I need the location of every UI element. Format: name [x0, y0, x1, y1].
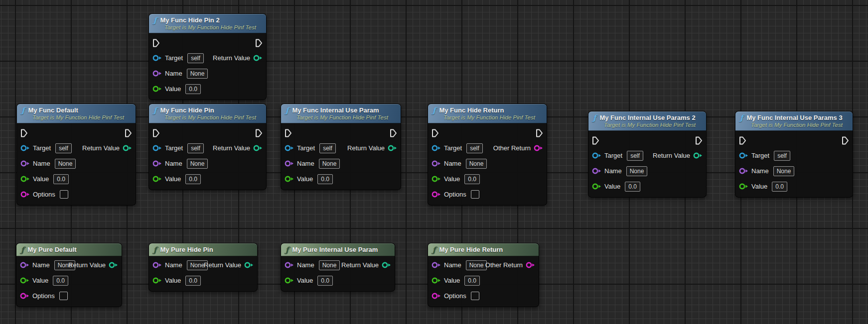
exec-out-pin[interactable] — [255, 129, 263, 137]
value-value-field[interactable]: 0.0 — [53, 276, 68, 286]
options-checkbox[interactable] — [471, 190, 479, 199]
value-value-field[interactable]: 0.0 — [464, 174, 480, 184]
node-header[interactable]: ƒMy Func Internal Use Params 3Target is … — [735, 111, 853, 131]
name-pin[interactable] — [432, 262, 441, 268]
exec-out-pin[interactable] — [390, 129, 397, 137]
value-pin[interactable] — [152, 86, 162, 92]
name-value-field[interactable]: None — [187, 159, 208, 169]
node-header[interactable]: ƒMy Func Hide Pin 2Target is My Function… — [149, 14, 266, 33]
target-pin[interactable] — [20, 145, 30, 151]
node-header[interactable]: ƒMy Pure Hide Return — [428, 243, 539, 256]
exec-out-pin[interactable] — [536, 129, 543, 137]
value-value-field[interactable]: 0.0 — [317, 174, 333, 184]
value-value-field[interactable]: 0.0 — [464, 276, 480, 286]
target-value-field[interactable]: self — [774, 151, 790, 161]
options-pin[interactable] — [432, 191, 441, 198]
target-value-field[interactable]: self — [466, 143, 483, 153]
name-value-field[interactable]: None — [466, 159, 487, 169]
value-value-field[interactable]: 0.0 — [317, 276, 333, 286]
target-value-field[interactable]: self — [187, 143, 204, 153]
name-value-field[interactable]: None — [319, 159, 340, 169]
exec-in-pin[interactable] — [285, 129, 292, 137]
name-pin[interactable] — [152, 262, 162, 268]
node-my-func-hide-return[interactable]: ƒMy Func Hide ReturnTarget is My Functio… — [428, 104, 547, 206]
exec-in-pin[interactable] — [20, 129, 28, 137]
exec-out-pin[interactable] — [695, 136, 703, 145]
node-header[interactable]: ƒMy Func DefaultTarget is My Function Hi… — [17, 104, 136, 123]
options-checkbox[interactable] — [59, 292, 68, 300]
node-my-pure-hide-return[interactable]: ƒMy Pure Hide ReturnNameNoneOther Return… — [428, 243, 539, 307]
exec-out-pin[interactable] — [255, 39, 263, 47]
exec-in-pin[interactable] — [592, 136, 599, 145]
target-pin[interactable] — [152, 145, 162, 151]
value-pin[interactable] — [152, 277, 162, 284]
exec-in-pin[interactable] — [152, 39, 160, 47]
name-value-field[interactable]: None — [466, 260, 487, 270]
value-value-field[interactable]: 0.0 — [772, 182, 787, 192]
value-pin[interactable] — [739, 183, 748, 190]
node-my-func-internal-use-param[interactable]: ƒMy Func Internal Use ParamTarget is My … — [281, 104, 401, 190]
return-value-pin[interactable] — [123, 145, 132, 151]
other-return-pin[interactable] — [534, 145, 543, 151]
name-value-field[interactable]: None — [773, 166, 795, 176]
value-pin[interactable] — [432, 176, 441, 182]
node-header[interactable]: ƒMy Pure Default — [16, 243, 122, 256]
name-pin[interactable] — [285, 160, 294, 167]
node-my-pure-internal-use-param[interactable]: ƒMy Pure Internal Use ParamNameNoneRetur… — [281, 243, 395, 292]
options-pin[interactable] — [432, 293, 441, 299]
target-pin[interactable] — [592, 152, 601, 159]
blueprint-graph-canvas[interactable]: { "canvas": { "background_color": "#2828… — [0, 0, 868, 324]
name-pin[interactable] — [592, 168, 601, 174]
exec-out-pin[interactable] — [125, 129, 132, 137]
value-pin[interactable] — [285, 277, 294, 284]
name-pin[interactable] — [739, 168, 748, 174]
return-value-pin[interactable] — [388, 145, 397, 151]
node-my-func-default[interactable]: ƒMy Func DefaultTarget is My Function Hi… — [16, 104, 136, 206]
target-value-field[interactable]: self — [187, 53, 204, 63]
exec-in-pin[interactable] — [432, 129, 439, 137]
value-pin[interactable] — [592, 183, 601, 190]
name-pin[interactable] — [285, 262, 294, 268]
target-pin[interactable] — [432, 145, 441, 151]
name-pin[interactable] — [20, 262, 29, 268]
node-header[interactable]: ƒMy Func Hide PinTarget is My Function H… — [149, 104, 266, 123]
name-value-field[interactable]: None — [55, 159, 76, 169]
name-pin[interactable] — [432, 160, 441, 167]
return-value-pin[interactable] — [693, 152, 703, 159]
value-value-field[interactable]: 0.0 — [625, 182, 640, 192]
options-checkbox[interactable] — [60, 190, 68, 199]
options-pin[interactable] — [20, 293, 29, 299]
target-pin[interactable] — [739, 152, 748, 159]
node-my-func-internal-use-params-2[interactable]: ƒMy Func Internal Use Params 2Target is … — [588, 111, 707, 198]
value-pin[interactable] — [20, 277, 29, 284]
name-pin[interactable] — [20, 160, 30, 167]
name-pin[interactable] — [152, 160, 162, 167]
value-pin[interactable] — [285, 176, 294, 182]
value-value-field[interactable]: 0.0 — [53, 174, 69, 184]
node-my-func-internal-use-params-3[interactable]: ƒMy Func Internal Use Params 3Target is … — [735, 111, 853, 198]
target-value-field[interactable]: self — [319, 143, 336, 153]
node-header[interactable]: ƒMy Pure Internal Use Param — [281, 243, 395, 256]
return-value-pin[interactable] — [244, 262, 254, 268]
options-pin[interactable] — [20, 191, 30, 198]
target-pin[interactable] — [152, 55, 162, 61]
node-header[interactable]: ƒMy Func Hide ReturnTarget is My Functio… — [428, 104, 547, 123]
value-pin[interactable] — [20, 176, 30, 182]
name-pin[interactable] — [152, 70, 162, 77]
node-header[interactable]: ƒMy Func Internal Use ParamTarget is My … — [281, 104, 401, 123]
exec-out-pin[interactable] — [842, 136, 849, 145]
exec-in-pin[interactable] — [152, 129, 160, 137]
options-checkbox[interactable] — [471, 292, 479, 300]
name-value-field[interactable]: None — [626, 166, 648, 176]
node-my-pure-default[interactable]: ƒMy Pure DefaultNameNoneReturn ValueValu… — [16, 243, 122, 307]
return-value-pin[interactable] — [382, 262, 391, 268]
value-value-field[interactable]: 0.0 — [185, 174, 201, 184]
return-value-pin[interactable] — [253, 145, 263, 151]
node-my-func-hide-pin-2[interactable]: ƒMy Func Hide Pin 2Target is My Function… — [148, 13, 267, 100]
return-value-pin[interactable] — [109, 262, 118, 268]
node-header[interactable]: ƒMy Pure Hide Pin — [149, 243, 257, 256]
target-pin[interactable] — [285, 145, 294, 151]
target-value-field[interactable]: self — [627, 151, 643, 161]
other-return-pin[interactable] — [526, 262, 535, 268]
value-pin[interactable] — [152, 176, 162, 182]
